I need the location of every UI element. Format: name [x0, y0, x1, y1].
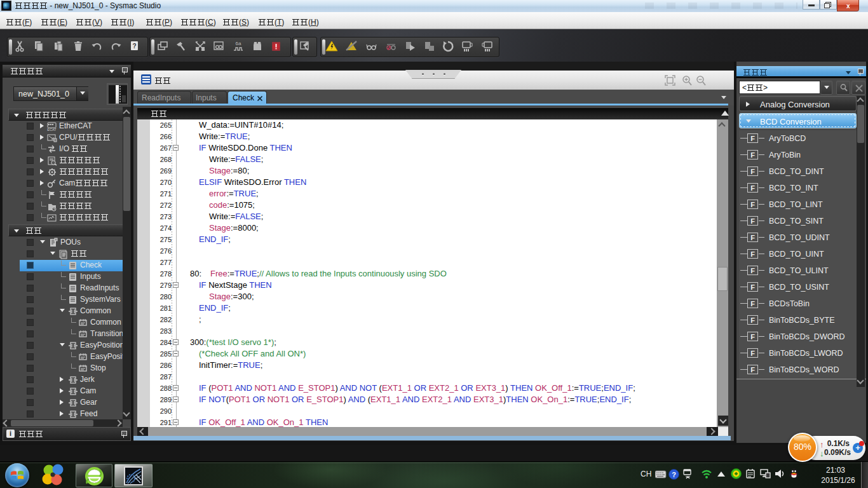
svg-text:ECAT: ECAT [47, 128, 57, 132]
svg-text:6a: 6a [236, 41, 241, 46]
svg-text:?: ? [132, 43, 136, 50]
svg-text:?: ? [672, 471, 676, 478]
